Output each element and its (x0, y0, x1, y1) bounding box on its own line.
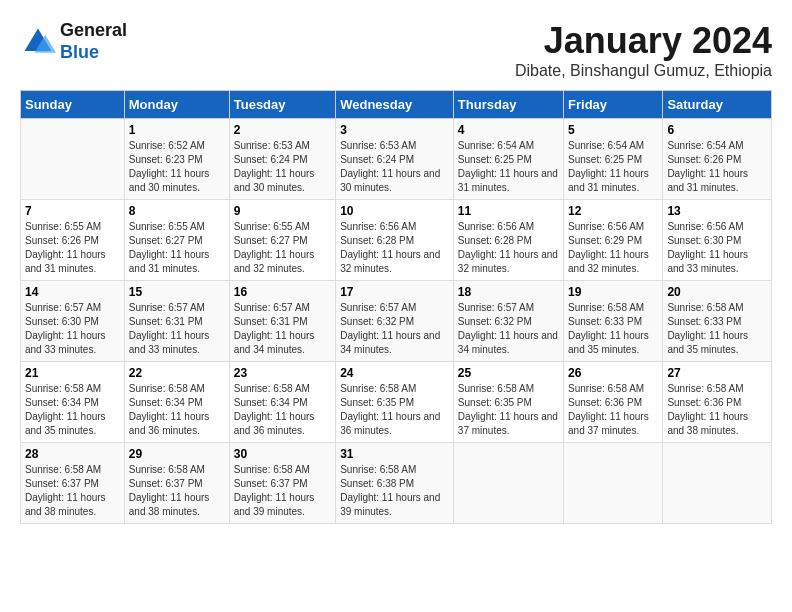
day-number: 3 (340, 123, 449, 137)
day-info: Sunrise: 6:58 AMSunset: 6:36 PMDaylight:… (568, 382, 658, 438)
calendar-cell: 4Sunrise: 6:54 AMSunset: 6:25 PMDaylight… (453, 119, 563, 200)
calendar-cell: 30Sunrise: 6:58 AMSunset: 6:37 PMDayligh… (229, 443, 335, 524)
calendar-cell: 23Sunrise: 6:58 AMSunset: 6:34 PMDayligh… (229, 362, 335, 443)
day-number: 1 (129, 123, 225, 137)
calendar-cell (564, 443, 663, 524)
calendar-cell: 31Sunrise: 6:58 AMSunset: 6:38 PMDayligh… (336, 443, 454, 524)
day-info: Sunrise: 6:57 AMSunset: 6:31 PMDaylight:… (234, 301, 331, 357)
calendar-cell: 16Sunrise: 6:57 AMSunset: 6:31 PMDayligh… (229, 281, 335, 362)
day-number: 23 (234, 366, 331, 380)
day-info: Sunrise: 6:54 AMSunset: 6:26 PMDaylight:… (667, 139, 767, 195)
week-row-2: 14Sunrise: 6:57 AMSunset: 6:30 PMDayligh… (21, 281, 772, 362)
day-info: Sunrise: 6:57 AMSunset: 6:32 PMDaylight:… (458, 301, 559, 357)
calendar-cell: 5Sunrise: 6:54 AMSunset: 6:25 PMDaylight… (564, 119, 663, 200)
day-info: Sunrise: 6:58 AMSunset: 6:35 PMDaylight:… (458, 382, 559, 438)
day-info: Sunrise: 6:58 AMSunset: 6:34 PMDaylight:… (25, 382, 120, 438)
day-info: Sunrise: 6:57 AMSunset: 6:30 PMDaylight:… (25, 301, 120, 357)
day-info: Sunrise: 6:53 AMSunset: 6:24 PMDaylight:… (340, 139, 449, 195)
day-info: Sunrise: 6:55 AMSunset: 6:27 PMDaylight:… (234, 220, 331, 276)
day-number: 4 (458, 123, 559, 137)
calendar-cell: 8Sunrise: 6:55 AMSunset: 6:27 PMDaylight… (124, 200, 229, 281)
calendar-header-row: SundayMondayTuesdayWednesdayThursdayFrid… (21, 91, 772, 119)
day-info: Sunrise: 6:58 AMSunset: 6:37 PMDaylight:… (129, 463, 225, 519)
day-number: 9 (234, 204, 331, 218)
calendar-cell: 2Sunrise: 6:53 AMSunset: 6:24 PMDaylight… (229, 119, 335, 200)
day-number: 27 (667, 366, 767, 380)
day-number: 24 (340, 366, 449, 380)
day-number: 17 (340, 285, 449, 299)
calendar-cell: 22Sunrise: 6:58 AMSunset: 6:34 PMDayligh… (124, 362, 229, 443)
day-info: Sunrise: 6:58 AMSunset: 6:34 PMDaylight:… (129, 382, 225, 438)
day-number: 16 (234, 285, 331, 299)
calendar-cell: 12Sunrise: 6:56 AMSunset: 6:29 PMDayligh… (564, 200, 663, 281)
day-number: 10 (340, 204, 449, 218)
calendar-cell: 24Sunrise: 6:58 AMSunset: 6:35 PMDayligh… (336, 362, 454, 443)
day-info: Sunrise: 6:58 AMSunset: 6:33 PMDaylight:… (667, 301, 767, 357)
day-info: Sunrise: 6:54 AMSunset: 6:25 PMDaylight:… (568, 139, 658, 195)
day-info: Sunrise: 6:58 AMSunset: 6:36 PMDaylight:… (667, 382, 767, 438)
calendar-cell: 17Sunrise: 6:57 AMSunset: 6:32 PMDayligh… (336, 281, 454, 362)
day-number: 25 (458, 366, 559, 380)
header-saturday: Saturday (663, 91, 772, 119)
header-sunday: Sunday (21, 91, 125, 119)
day-info: Sunrise: 6:55 AMSunset: 6:27 PMDaylight:… (129, 220, 225, 276)
day-number: 30 (234, 447, 331, 461)
day-info: Sunrise: 6:58 AMSunset: 6:38 PMDaylight:… (340, 463, 449, 519)
header-wednesday: Wednesday (336, 91, 454, 119)
calendar-cell: 25Sunrise: 6:58 AMSunset: 6:35 PMDayligh… (453, 362, 563, 443)
day-number: 2 (234, 123, 331, 137)
calendar-cell (21, 119, 125, 200)
day-number: 31 (340, 447, 449, 461)
day-info: Sunrise: 6:58 AMSunset: 6:37 PMDaylight:… (234, 463, 331, 519)
day-number: 20 (667, 285, 767, 299)
day-info: Sunrise: 6:56 AMSunset: 6:30 PMDaylight:… (667, 220, 767, 276)
calendar-cell: 19Sunrise: 6:58 AMSunset: 6:33 PMDayligh… (564, 281, 663, 362)
day-info: Sunrise: 6:57 AMSunset: 6:32 PMDaylight:… (340, 301, 449, 357)
calendar-cell (453, 443, 563, 524)
day-number: 21 (25, 366, 120, 380)
day-number: 11 (458, 204, 559, 218)
calendar-cell: 28Sunrise: 6:58 AMSunset: 6:37 PMDayligh… (21, 443, 125, 524)
day-number: 29 (129, 447, 225, 461)
calendar-cell: 14Sunrise: 6:57 AMSunset: 6:30 PMDayligh… (21, 281, 125, 362)
day-info: Sunrise: 6:56 AMSunset: 6:29 PMDaylight:… (568, 220, 658, 276)
calendar-cell: 15Sunrise: 6:57 AMSunset: 6:31 PMDayligh… (124, 281, 229, 362)
logo: General Blue (20, 20, 127, 63)
day-number: 14 (25, 285, 120, 299)
calendar-cell: 9Sunrise: 6:55 AMSunset: 6:27 PMDaylight… (229, 200, 335, 281)
header-thursday: Thursday (453, 91, 563, 119)
calendar-cell: 1Sunrise: 6:52 AMSunset: 6:23 PMDaylight… (124, 119, 229, 200)
day-info: Sunrise: 6:58 AMSunset: 6:33 PMDaylight:… (568, 301, 658, 357)
day-number: 22 (129, 366, 225, 380)
calendar-cell: 3Sunrise: 6:53 AMSunset: 6:24 PMDaylight… (336, 119, 454, 200)
day-info: Sunrise: 6:56 AMSunset: 6:28 PMDaylight:… (458, 220, 559, 276)
calendar-cell: 26Sunrise: 6:58 AMSunset: 6:36 PMDayligh… (564, 362, 663, 443)
day-info: Sunrise: 6:58 AMSunset: 6:34 PMDaylight:… (234, 382, 331, 438)
day-number: 19 (568, 285, 658, 299)
calendar-cell: 13Sunrise: 6:56 AMSunset: 6:30 PMDayligh… (663, 200, 772, 281)
week-row-0: 1Sunrise: 6:52 AMSunset: 6:23 PMDaylight… (21, 119, 772, 200)
header-friday: Friday (564, 91, 663, 119)
day-info: Sunrise: 6:55 AMSunset: 6:26 PMDaylight:… (25, 220, 120, 276)
calendar-cell: 18Sunrise: 6:57 AMSunset: 6:32 PMDayligh… (453, 281, 563, 362)
day-number: 18 (458, 285, 559, 299)
logo-icon (20, 24, 56, 60)
calendar-cell: 21Sunrise: 6:58 AMSunset: 6:34 PMDayligh… (21, 362, 125, 443)
subtitle: Dibate, Binshangul Gumuz, Ethiopia (515, 62, 772, 80)
day-info: Sunrise: 6:56 AMSunset: 6:28 PMDaylight:… (340, 220, 449, 276)
day-info: Sunrise: 6:54 AMSunset: 6:25 PMDaylight:… (458, 139, 559, 195)
day-number: 12 (568, 204, 658, 218)
logo-line1: General (60, 20, 127, 42)
day-number: 5 (568, 123, 658, 137)
week-row-3: 21Sunrise: 6:58 AMSunset: 6:34 PMDayligh… (21, 362, 772, 443)
calendar-cell: 10Sunrise: 6:56 AMSunset: 6:28 PMDayligh… (336, 200, 454, 281)
day-number: 26 (568, 366, 658, 380)
day-info: Sunrise: 6:52 AMSunset: 6:23 PMDaylight:… (129, 139, 225, 195)
header-tuesday: Tuesday (229, 91, 335, 119)
title-block: January 2024 Dibate, Binshangul Gumuz, E… (515, 20, 772, 80)
day-number: 13 (667, 204, 767, 218)
day-number: 28 (25, 447, 120, 461)
day-number: 15 (129, 285, 225, 299)
day-info: Sunrise: 6:57 AMSunset: 6:31 PMDaylight:… (129, 301, 225, 357)
day-number: 8 (129, 204, 225, 218)
